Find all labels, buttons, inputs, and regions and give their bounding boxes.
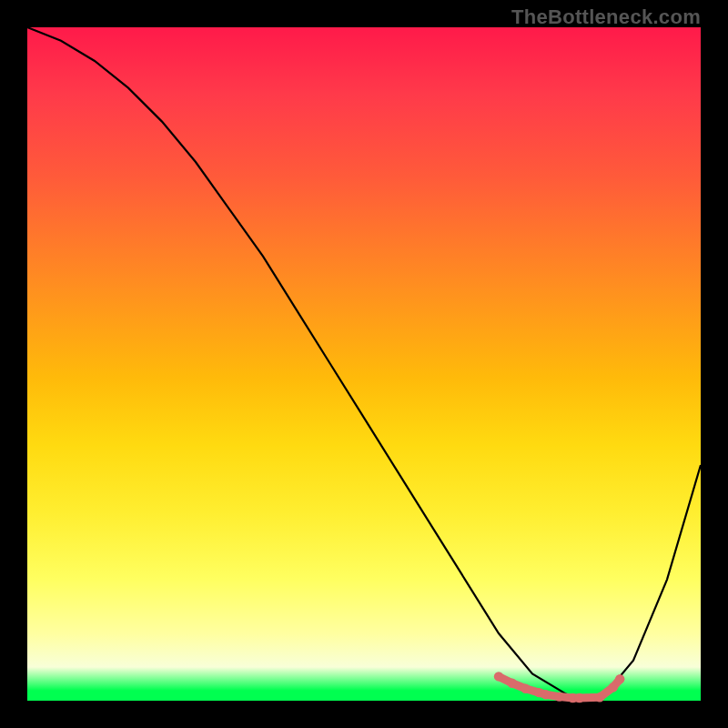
- optimal-band-dot: [554, 692, 563, 701]
- optimal-band-dot: [595, 693, 604, 702]
- bottleneck-curve-line: [27, 27, 701, 701]
- optimal-band-dot: [521, 684, 530, 693]
- optimal-band-dot: [609, 682, 618, 692]
- optimal-band-dot: [541, 690, 551, 699]
- watermark-text: TheBottleneck.com: [511, 5, 701, 29]
- optimal-band-dot: [494, 672, 503, 681]
- optimal-band-dot: [615, 674, 624, 683]
- optimal-band-dot: [575, 693, 584, 703]
- chart-container: TheBottleneck.com: [0, 0, 728, 728]
- plot-area: [27, 27, 701, 701]
- optimal-band-markers: [494, 672, 625, 703]
- chart-svg: [27, 27, 701, 701]
- optimal-band-dot: [508, 679, 517, 688]
